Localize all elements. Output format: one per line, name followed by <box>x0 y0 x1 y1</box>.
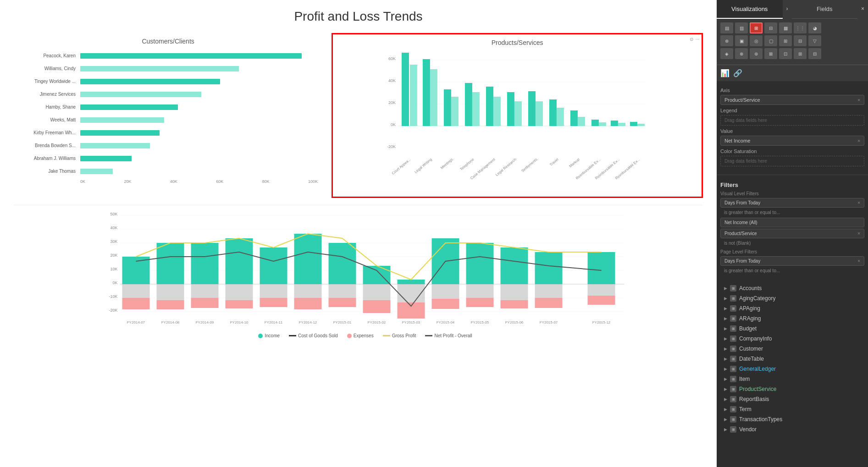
viz-custom4[interactable]: ⊠ <box>764 48 777 59</box>
filter-row-page: Days From Today × <box>724 258 860 264</box>
field-generalledger[interactable]: ▶ ⊞ GeneralLedger <box>720 364 864 374</box>
panel-header: Visualizations › Fields × <box>717 0 868 19</box>
bar-fill-3 <box>80 92 201 97</box>
tab-fields[interactable]: Fields <box>792 0 858 19</box>
value-remove[interactable]: × <box>857 138 860 143</box>
bar-row-9 <box>80 168 313 175</box>
viz-funnel[interactable]: ▽ <box>808 35 821 46</box>
svg-rect-28 <box>599 122 606 126</box>
legend-income-color <box>258 334 263 338</box>
svg-rect-22 <box>536 101 543 126</box>
filter-days-from-today[interactable]: Days From Today × <box>720 198 864 208</box>
field-arrow-transactiontypes: ▶ <box>724 417 727 422</box>
bar-row-8 <box>80 155 313 162</box>
svg-text:FY2014-09: FY2014-09 <box>196 320 214 324</box>
bar-fill-2 <box>80 79 220 84</box>
svg-rect-10 <box>410 65 417 126</box>
axis-remove[interactable]: × <box>857 98 860 103</box>
tab-arrow-viz[interactable]: › <box>783 0 792 19</box>
field-icon-transactiontypes: ⊞ <box>730 416 736 423</box>
svg-text:20K: 20K <box>388 100 396 105</box>
bar-fill-7 <box>80 143 150 148</box>
field-companyinfo[interactable]: ▶ ⊞ CompanyInfo <box>720 334 864 344</box>
filter-x-1[interactable]: × <box>857 200 860 205</box>
viz-treemap[interactable]: ▣ <box>735 35 748 46</box>
filter-name-3: Product/Service <box>724 231 757 236</box>
field-arrow-generalledger: ▶ <box>724 367 727 371</box>
svg-rect-23 <box>549 99 557 126</box>
svg-text:FY2014-11: FY2014-11 <box>265 320 283 324</box>
viz-custom7[interactable]: ⊟ <box>808 48 821 59</box>
viz-map[interactable]: ⊕ <box>720 35 733 46</box>
svg-rect-13 <box>444 89 451 126</box>
svg-text:50K: 50K <box>110 212 117 216</box>
value-pill[interactable]: Net Income × <box>720 136 864 146</box>
field-reportbasis[interactable]: ▶ ⊞ ReportBasis <box>720 394 864 404</box>
svg-rect-81 <box>329 298 356 307</box>
axis-pill[interactable]: Product/Service × <box>720 95 864 105</box>
filter-page-days[interactable]: Days From Today × <box>720 256 864 266</box>
value-value: Net Income <box>724 138 750 143</box>
viz-matrix[interactable]: ⊟ <box>794 35 807 46</box>
viz-custom5[interactable]: ⊡ <box>779 48 792 59</box>
field-item[interactable]: ▶ ⊞ Item <box>720 374 864 384</box>
viz-table[interactable]: ⊞ <box>779 35 792 46</box>
viz-stacked-bar[interactable]: ▤ <box>720 22 733 33</box>
chart-icon[interactable]: 📊 <box>720 69 730 77</box>
tab-arrow-fields[interactable]: × <box>857 0 868 19</box>
field-term[interactable]: ▶ ⊞ Term <box>720 404 864 414</box>
field-icon-reportbasis: ⊞ <box>730 396 736 402</box>
viz-grouped-bar[interactable]: ⊞ <box>750 22 763 33</box>
field-name-companyinfo: CompanyInfo <box>739 335 772 342</box>
svg-rect-94 <box>501 247 528 284</box>
bar-label-9: Jake Thomas <box>18 169 78 174</box>
field-vendor[interactable]: ▶ ⊞ Vendor <box>720 424 864 434</box>
svg-rect-78 <box>294 298 322 309</box>
svg-rect-32 <box>637 124 645 126</box>
legend-expenses: Expenses <box>347 333 374 338</box>
svg-text:-20K: -20K <box>387 144 396 149</box>
svg-rect-72 <box>226 300 253 308</box>
viz-area[interactable]: ▦ <box>779 22 792 33</box>
svg-rect-83 <box>363 284 391 300</box>
viz-pie[interactable]: ◕ <box>808 22 821 33</box>
filter-page-x[interactable]: × <box>857 258 860 264</box>
viz-gauge[interactable]: ◎ <box>750 35 763 46</box>
field-datetable[interactable]: ▶ ⊞ DateTable <box>720 354 864 364</box>
field-customer[interactable]: ▶ ⊞ Customer <box>720 344 864 354</box>
viz-card[interactable]: ▢ <box>764 35 777 46</box>
field-name-araging: ARAging <box>739 315 761 322</box>
field-agingcategory[interactable]: ▶ ⊞ AgingCategory <box>720 293 864 303</box>
field-arrow-term: ▶ <box>724 407 727 412</box>
bar-label-8: Abraham J. Williams <box>18 156 78 161</box>
svg-rect-18 <box>493 97 501 126</box>
field-accounts[interactable]: ▶ ⊞ Accounts <box>720 283 864 293</box>
field-araging[interactable]: ▶ ⊞ ARAging <box>720 313 864 324</box>
field-budget[interactable]: ▶ ⊞ Budget <box>720 324 864 334</box>
viz-custom3[interactable]: ⊛ <box>750 48 763 59</box>
filter-sub-3: is not (Blank) <box>720 240 864 247</box>
more-icon[interactable]: ··· <box>696 37 699 42</box>
field-transactiontypes[interactable]: ▶ ⊞ TransactionTypes <box>720 414 864 424</box>
viz-custom2[interactable]: ⊗ <box>735 48 748 59</box>
filter-net-income[interactable]: Net Income (All) <box>720 218 864 227</box>
viz-column[interactable]: ▥ <box>735 22 748 33</box>
legend-cogs-label: Cost of Goods Sold <box>298 333 338 338</box>
field-name-productservice: ProductService <box>739 386 776 392</box>
field-apaging[interactable]: ▶ ⊞ APAging <box>720 303 864 313</box>
filter-x-3[interactable]: × <box>857 231 860 236</box>
field-productservice[interactable]: ▶ ⊞ ProductService <box>720 384 864 394</box>
viz-scatter[interactable]: ⋮⋮ <box>794 22 807 33</box>
viz-custom1[interactable]: ◈ <box>720 48 733 59</box>
tab-visualizations[interactable]: Visualizations <box>717 0 783 19</box>
filter-row-1: Days From Today × <box>724 200 860 205</box>
viz-line[interactable]: ⊟ <box>764 22 777 33</box>
viz-custom6[interactable]: ⊞ <box>794 48 807 59</box>
page-filters-label: Page Level Filters <box>720 249 864 254</box>
pin-icon[interactable]: ⊙ <box>690 37 693 42</box>
bar-chart-labels: Peacock, KarenWilliams, CindyTingey Worl… <box>18 49 78 178</box>
svg-rect-70 <box>226 238 253 284</box>
link-icon[interactable]: 🔗 <box>733 69 742 77</box>
svg-rect-80 <box>329 284 356 298</box>
filter-product-service[interactable]: Product/Service × <box>720 229 864 238</box>
